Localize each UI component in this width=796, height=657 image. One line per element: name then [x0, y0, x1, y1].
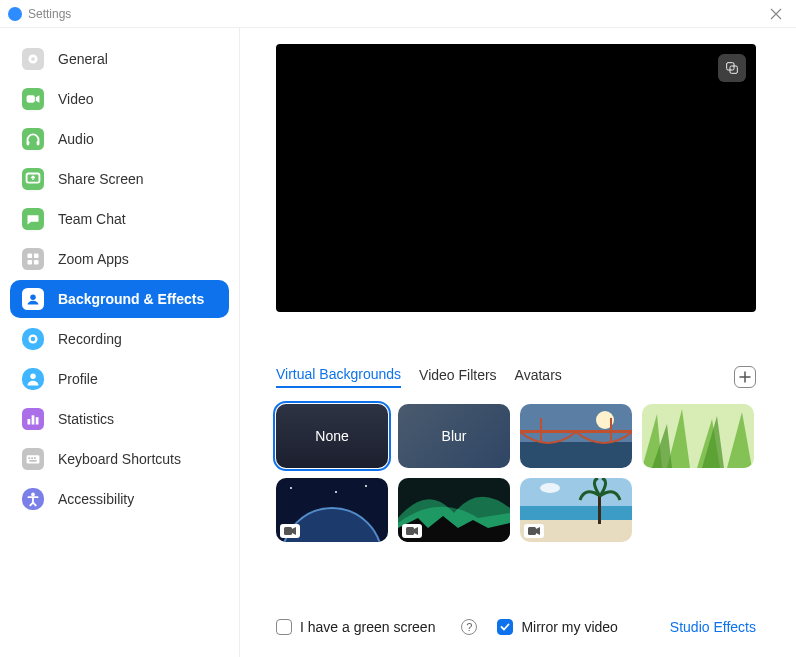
svg-rect-32 [29, 460, 36, 462]
background-none[interactable]: None [276, 404, 388, 468]
svg-rect-4 [27, 95, 35, 102]
svg-point-20 [31, 337, 36, 342]
app-icon [8, 7, 22, 21]
background-thumbnails: None Blur [276, 404, 766, 542]
svg-rect-52 [406, 527, 414, 535]
svg-point-47 [290, 487, 292, 489]
sidebar-item-background-effects[interactable]: Background & Effects [10, 280, 229, 318]
sidebar-item-team-chat[interactable]: Team Chat [10, 200, 229, 238]
checkbox-label: I have a green screen [300, 619, 435, 635]
svg-rect-30 [31, 457, 33, 459]
svg-point-22 [30, 374, 36, 380]
svg-rect-15 [34, 260, 39, 265]
tab-avatars[interactable]: Avatars [515, 367, 562, 387]
mirror-video-checkbox[interactable]: Mirror my video [497, 619, 617, 635]
svg-rect-24 [28, 419, 31, 425]
sidebar-item-share-screen[interactable]: Share Screen [10, 160, 229, 198]
background-blur[interactable]: Blur [398, 404, 510, 468]
background-aurora[interactable] [398, 478, 510, 542]
sidebar-item-label: Video [58, 91, 94, 107]
studio-effects-link[interactable]: Studio Effects [670, 619, 756, 635]
video-badge-icon [280, 524, 300, 538]
sidebar-item-audio[interactable]: Audio [10, 120, 229, 158]
svg-rect-5 [22, 128, 44, 150]
svg-rect-6 [27, 141, 30, 146]
gear-icon [22, 48, 44, 70]
svg-rect-31 [34, 457, 36, 459]
rotate-button[interactable] [718, 54, 746, 82]
sidebar-item-label: Audio [58, 131, 94, 147]
svg-rect-50 [284, 527, 292, 535]
svg-rect-57 [598, 496, 601, 524]
close-button[interactable] [764, 2, 788, 26]
accessibility-icon [22, 488, 44, 510]
profile-icon [22, 368, 44, 390]
background-earth[interactable] [276, 478, 388, 542]
background-bridge[interactable] [520, 404, 632, 468]
svg-rect-29 [28, 457, 30, 459]
titlebar: Settings [0, 0, 796, 28]
tab-virtual-backgrounds[interactable]: Virtual Backgrounds [276, 366, 401, 388]
svg-point-17 [30, 294, 36, 300]
sidebar-item-profile[interactable]: Profile [10, 360, 229, 398]
sidebar-item-label: Profile [58, 371, 98, 387]
sidebar-item-label: Keyboard Shortcuts [58, 451, 181, 467]
svg-point-56 [540, 483, 560, 493]
window-title: Settings [28, 7, 71, 21]
bottom-options: I have a green screen ? Mirror my video … [276, 619, 756, 641]
background-grass[interactable] [642, 404, 754, 468]
keyboard-icon [22, 448, 44, 470]
sidebar-item-label: Background & Effects [58, 291, 204, 307]
sidebar-item-general[interactable]: General [10, 40, 229, 78]
recording-icon [22, 328, 44, 350]
svg-rect-14 [28, 260, 33, 265]
svg-point-48 [365, 485, 367, 487]
content-area: Virtual Backgrounds Video Filters Avatar… [240, 28, 796, 657]
background-beach[interactable] [520, 478, 632, 542]
sidebar-item-label: Accessibility [58, 491, 134, 507]
svg-rect-37 [520, 404, 632, 442]
svg-point-34 [31, 493, 35, 497]
svg-rect-25 [32, 415, 35, 424]
settings-sidebar: General Video Audio Share Screen Team Ch… [0, 28, 240, 657]
svg-rect-11 [22, 248, 44, 270]
sidebar-item-statistics[interactable]: Statistics [10, 400, 229, 438]
green-screen-checkbox[interactable]: I have a green screen [276, 619, 435, 635]
share-screen-icon [22, 168, 44, 190]
svg-rect-58 [528, 527, 536, 535]
sidebar-item-label: Team Chat [58, 211, 126, 227]
svg-point-49 [335, 491, 337, 493]
video-preview [276, 44, 756, 312]
chat-icon [22, 208, 44, 230]
video-badge-icon [402, 524, 422, 538]
svg-rect-28 [27, 455, 40, 463]
video-icon [22, 88, 44, 110]
tab-video-filters[interactable]: Video Filters [419, 367, 497, 387]
sidebar-item-label: Recording [58, 331, 122, 347]
help-icon[interactable]: ? [461, 619, 477, 635]
add-background-button[interactable] [734, 366, 756, 388]
apps-icon [22, 248, 44, 270]
sidebar-item-accessibility[interactable]: Accessibility [10, 480, 229, 518]
sidebar-item-label: Statistics [58, 411, 114, 427]
svg-rect-12 [28, 254, 33, 259]
sidebar-item-label: Share Screen [58, 171, 144, 187]
svg-rect-26 [36, 417, 39, 424]
sidebar-item-zoom-apps[interactable]: Zoom Apps [10, 240, 229, 278]
thumb-label: Blur [442, 428, 467, 444]
svg-rect-7 [37, 141, 40, 146]
video-badge-icon [524, 524, 544, 538]
sidebar-item-video[interactable]: Video [10, 80, 229, 118]
sidebar-item-recording[interactable]: Recording [10, 320, 229, 358]
sidebar-item-label: General [58, 51, 108, 67]
sidebar-item-keyboard-shortcuts[interactable]: Keyboard Shortcuts [10, 440, 229, 478]
svg-rect-41 [540, 418, 542, 442]
headphones-icon [22, 128, 44, 150]
svg-rect-42 [610, 418, 612, 442]
svg-point-2 [31, 57, 35, 61]
svg-rect-13 [34, 254, 39, 259]
svg-rect-54 [520, 506, 632, 520]
checkbox-box [276, 619, 292, 635]
checkbox-box [497, 619, 513, 635]
statistics-icon [22, 408, 44, 430]
